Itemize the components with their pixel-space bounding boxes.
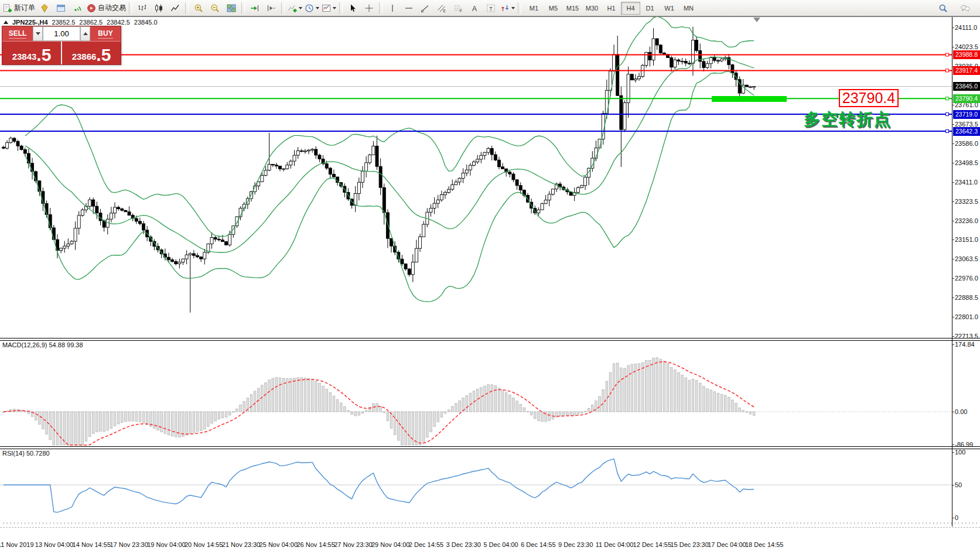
toolbar-separator [281, 2, 285, 14]
candlestick-chart-button[interactable] [151, 2, 167, 15]
toolbar-separator [185, 2, 189, 14]
axis-tick-mark [952, 518, 954, 518]
price-tag-23719.0: 23719.0 [953, 110, 980, 119]
horizontal-line-button[interactable] [401, 2, 417, 15]
fibonacci-button[interactable]: F [450, 2, 466, 15]
chart-header: JPN225-,H4 23852.5 23862.5 23842.5 23845… [4, 19, 158, 26]
arrows-button[interactable] [499, 2, 516, 15]
price-tag-23917.4: 23917.4 [953, 66, 980, 75]
axis-tick-mark [952, 143, 954, 144]
text-button[interactable]: A [466, 2, 483, 15]
rsi-axis-label: 0 [955, 514, 958, 521]
zoom-out-button[interactable] [207, 2, 223, 15]
price-chart[interactable] [0, 17, 952, 338]
volume-decrease-button[interactable] [33, 26, 43, 41]
time-label: 2 Dec 14:55 [409, 541, 443, 548]
time-label: 19 Nov 04:00 [147, 541, 185, 548]
price-tick-label: 23323.5 [955, 198, 978, 205]
axis-tick-mark [952, 485, 954, 485]
price-tick-label: 23236.0 [955, 217, 978, 224]
data-window-button[interactable] [53, 2, 69, 15]
timeframe-h1[interactable]: H1 [602, 2, 621, 15]
axis-tick-mark [952, 47, 954, 47]
autotrading-button[interactable]: 自动交易 [86, 2, 127, 15]
highlight-rectangle[interactable] [712, 96, 787, 102]
axis-tick-mark [952, 336, 954, 337]
new-order-button[interactable]: 新订单 [2, 2, 36, 15]
crosshair-icon [364, 4, 374, 13]
buy-price-button[interactable]: 23866.5 [61, 42, 121, 64]
timeframe-m30[interactable]: M30 [582, 2, 602, 15]
per-candle-ticks [4, 522, 976, 524]
shift-icon [267, 4, 276, 13]
market-watch-button[interactable] [36, 2, 53, 15]
vertical-line-button[interactable] [384, 2, 401, 15]
dropdown-arrow-icon [299, 7, 302, 9]
mt4-window: 新订单自动交易EFATM1M5M15M30H1H4D1W1MN MACD(12,… [0, 0, 980, 554]
timeframe-m5[interactable]: M5 [544, 2, 563, 15]
ohlc-high: 23862.5 [79, 19, 103, 26]
search-button[interactable] [935, 2, 951, 15]
timeframe-w1[interactable]: W1 [660, 2, 679, 15]
channel-icon: E [437, 4, 446, 13]
tile-windows-button[interactable] [223, 2, 240, 15]
chart-shift-button[interactable] [263, 2, 279, 15]
vline-icon [388, 4, 397, 13]
chat-button[interactable] [957, 2, 974, 15]
timeframe-m1[interactable]: M1 [524, 2, 544, 15]
text-label-button[interactable]: T [483, 2, 499, 15]
time-label: 3 Dec 23:30 [446, 541, 481, 548]
price-tick-label: 23411.0 [955, 179, 978, 186]
sell-price-main: 23843 [12, 52, 37, 61]
price-tick-label: 23151.0 [955, 236, 978, 243]
time-label: 12 Dec 14:55 [633, 541, 671, 548]
autoscroll-icon [250, 4, 259, 13]
macd-pane[interactable] [0, 340, 952, 446]
rsi-pane[interactable] [0, 449, 952, 522]
rsi-axis-label: 100 [955, 449, 965, 456]
price-tick-label: 22888.5 [955, 294, 978, 301]
volume-input[interactable]: 1.00 [43, 26, 80, 41]
timeframe-d1[interactable]: D1 [640, 2, 660, 15]
trendline-button[interactable] [417, 2, 433, 15]
price-callout-box[interactable]: 23790.4 [839, 89, 899, 107]
fibo-icon: F [453, 4, 463, 13]
indicators-button[interactable] [286, 2, 303, 15]
templates-icon [322, 4, 331, 13]
bar-chart-button[interactable] [134, 2, 151, 15]
line-chart-button[interactable] [167, 2, 183, 15]
axis-tick-mark [952, 297, 954, 298]
cursor-button[interactable] [344, 2, 361, 15]
collapse-panel-icon[interactable] [4, 20, 8, 24]
symbol-period: JPN225-,H4 [12, 19, 48, 26]
volume-increase-button[interactable] [80, 26, 90, 41]
signal-button[interactable] [69, 2, 86, 15]
toolbar-separator [518, 2, 521, 14]
data-window-icon [56, 4, 66, 13]
chart-shift-marker[interactable] [753, 18, 760, 22]
price-tag-23790.4: 23790.4 [953, 94, 980, 103]
sell-button[interactable]: SELL [2, 26, 33, 41]
timeframe-mn[interactable]: MN [679, 2, 698, 15]
equidistant-channel-button[interactable]: E [433, 2, 450, 15]
time-axis-ticks [0, 522, 980, 526]
time-label: 5 Dec 04:00 [483, 541, 518, 548]
sell-price-button[interactable]: 23843.5 [2, 42, 61, 64]
cursor-icon [348, 4, 357, 13]
search-icon [938, 4, 948, 13]
pivot-annotation[interactable]: 多空转折点 [804, 108, 892, 131]
templates-button[interactable] [320, 2, 337, 15]
time-label: 6 Dec 14:55 [521, 541, 555, 548]
price-tag-23642.3: 23642.3 [953, 127, 980, 136]
periods-button[interactable] [303, 2, 320, 15]
buy-button[interactable]: BUY [90, 26, 121, 41]
auto-scroll-button[interactable] [247, 2, 263, 15]
dropdown-arrow-icon [511, 7, 515, 9]
zoom-in-button[interactable] [190, 2, 207, 15]
timeframe-m15[interactable]: M15 [563, 2, 582, 15]
time-label: 17 Nov 23:30 [110, 541, 148, 548]
crosshair-button[interactable] [361, 2, 377, 15]
axis-tick-mark [952, 444, 954, 445]
price-tick-label: 22801.0 [955, 313, 978, 320]
timeframe-h4[interactable]: H4 [621, 2, 640, 15]
